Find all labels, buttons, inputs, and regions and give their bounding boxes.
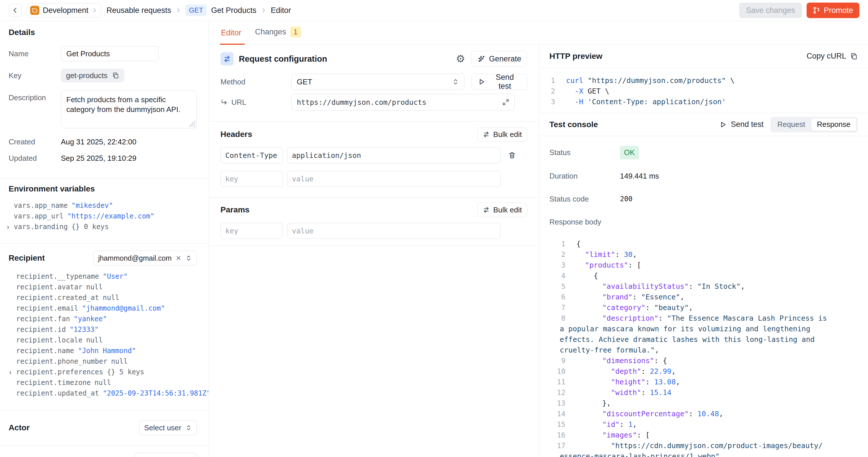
code-text: "dimensions": {	[577, 355, 667, 366]
environment-variables-section: Environment variables vars.app_name"mike…	[0, 178, 209, 244]
params-bulk-edit-button[interactable]: Bulk edit	[477, 203, 527, 217]
code-text: "limit": 30,	[577, 249, 637, 260]
header-value-input[interactable]	[287, 147, 501, 163]
folder-icon	[30, 6, 39, 15]
line-number: 9	[549, 355, 565, 366]
code-text: "depth": 22.99,	[577, 366, 676, 377]
trash-icon[interactable]	[508, 151, 516, 159]
clear-icon[interactable]	[176, 255, 181, 261]
promote-button[interactable]: Promote	[807, 3, 859, 18]
url-input[interactable]	[291, 94, 515, 111]
line-number: 13	[549, 398, 565, 408]
details-sidebar: Details Name Key get-products Descripti	[0, 21, 209, 457]
line-number: 10	[549, 366, 565, 377]
resize-handle[interactable]	[189, 121, 195, 127]
code-line: 9"dimensions": {	[549, 355, 858, 366]
headers-bulk-edit-button[interactable]: Bulk edit	[477, 127, 527, 142]
header-value-input-empty[interactable]	[287, 171, 501, 187]
chevron-right-icon[interactable]: ›	[7, 222, 9, 232]
description-textarea[interactable]: Fetch products from a specific category …	[61, 90, 197, 128]
request-editor-pane: Request configuration ⚙ Generate Method	[209, 44, 539, 457]
code-line: 12"width": 15.14	[549, 387, 858, 398]
chevron-right-icon[interactable]: ›	[9, 367, 11, 377]
corner-down-right-icon	[220, 98, 228, 106]
line-number: 15	[549, 419, 565, 430]
param-key-input[interactable]	[220, 223, 283, 239]
target-section: Target Select target	[0, 446, 209, 457]
target-select[interactable]: Select target	[135, 453, 197, 457]
variable-value: "2025-09-23T14:56:31.981Z"	[103, 388, 209, 399]
param-value-input[interactable]	[287, 223, 501, 239]
variable-key: recipient.name	[16, 346, 74, 356]
key-value-pill: get-products	[61, 69, 124, 82]
tab-changes[interactable]: Changes 1	[255, 27, 302, 44]
gear-icon[interactable]: ⚙	[456, 54, 465, 64]
name-input[interactable]	[61, 46, 159, 61]
code-text: "description": "The Essence Mascara Lash…	[577, 313, 827, 324]
line-number: 11	[549, 377, 565, 387]
method-select[interactable]: GET	[291, 74, 464, 90]
recipient-field-row: recipient.created_atnull	[11, 293, 197, 303]
variable-key: recipient.locale	[16, 335, 82, 346]
variable-value: "John Hammond"	[78, 346, 136, 356]
copy-curl-button[interactable]: Copy cURL	[807, 52, 858, 61]
variable-value: null	[111, 356, 128, 367]
variable-value: {} 0 keys	[71, 222, 109, 232]
toggle-response[interactable]: Response	[811, 118, 857, 131]
env-var-row: vars.app_url"https://example.com"	[9, 211, 197, 222]
chevron-right-icon	[261, 8, 266, 13]
code-line: 1curl "https://dummyjson.com/products" \	[539, 75, 868, 86]
recipient-field-row: recipient.timezonenull	[11, 377, 197, 388]
name-label: Name	[9, 50, 61, 58]
http-preview-header: HTTP preview Copy cURL	[539, 44, 868, 68]
top-bar: Development Reusable requests GET Get Pr…	[0, 0, 868, 21]
status-code-label: Status code	[549, 194, 620, 204]
line-number: 4	[549, 270, 565, 281]
code-line: 4{	[549, 270, 858, 281]
variable-key: recipient.__typename	[16, 271, 99, 282]
generate-button[interactable]: Generate	[471, 51, 527, 67]
copy-icon[interactable]	[112, 72, 119, 79]
actor-select[interactable]: Select user	[139, 420, 197, 435]
variable-key: recipient.created_at	[16, 293, 99, 303]
code-line: 2"limit": 30,	[549, 249, 858, 260]
line-number: 2	[549, 249, 565, 260]
play-icon	[478, 78, 485, 86]
code-text: effects. Achieve dramatic lashes with th…	[560, 334, 815, 345]
http-preview-pane: HTTP preview Copy cURL 1curl "https://du…	[539, 44, 868, 457]
method-label: Method	[220, 78, 291, 86]
line-number: 17	[549, 440, 565, 451]
line-number: 5	[549, 281, 565, 292]
recipient-field-row: recipient.email"jhammond@gmail.com"	[11, 303, 197, 314]
code-text: "products": [	[577, 260, 641, 270]
variable-key: vars.branding	[14, 222, 68, 232]
variable-value: null	[86, 335, 103, 346]
tab-editor[interactable]: Editor	[220, 28, 242, 44]
variable-key: vars.app_name	[14, 201, 68, 211]
code-text: "height": 13.08,	[577, 377, 680, 387]
header-key-input-empty[interactable]	[220, 171, 283, 187]
environment-variables-heading: Environment variables	[9, 184, 197, 193]
breadcrumb-reusable-requests[interactable]: Reusable requests	[106, 6, 171, 15]
line-number: 16	[549, 430, 565, 440]
back-button[interactable]	[9, 4, 22, 17]
header-key-input[interactable]	[220, 147, 283, 163]
expand-icon[interactable]	[502, 98, 509, 106]
breadcrumb-request-name[interactable]: Get Products	[211, 6, 257, 15]
line-number: 1	[549, 239, 565, 249]
duration-label: Duration	[549, 172, 620, 181]
toggle-request[interactable]: Request	[772, 118, 811, 131]
curl-preview-code: 1curl "https://dummyjson.com/products" \…	[539, 68, 868, 113]
send-test-button[interactable]: Send test	[471, 74, 527, 90]
env-var-row: ›vars.branding{} 0 keys	[9, 222, 197, 232]
code-text: "availabilityStatus": "In Stock",	[577, 281, 745, 292]
environment-switcher[interactable]: Development	[27, 3, 101, 18]
line-number: 14	[549, 408, 565, 419]
updated-value: Sep 25 2025, 19:10:29	[61, 154, 136, 163]
params-section: Params Bulk edit	[209, 197, 539, 246]
console-send-test-button[interactable]: Send test	[719, 120, 764, 129]
save-changes-button[interactable]: Save changes	[739, 3, 802, 18]
code-text: "discountPercentage": 10.48,	[577, 408, 723, 419]
params-title: Params	[220, 205, 477, 214]
recipient-select[interactable]: jhammond@gmail.com	[93, 251, 197, 266]
